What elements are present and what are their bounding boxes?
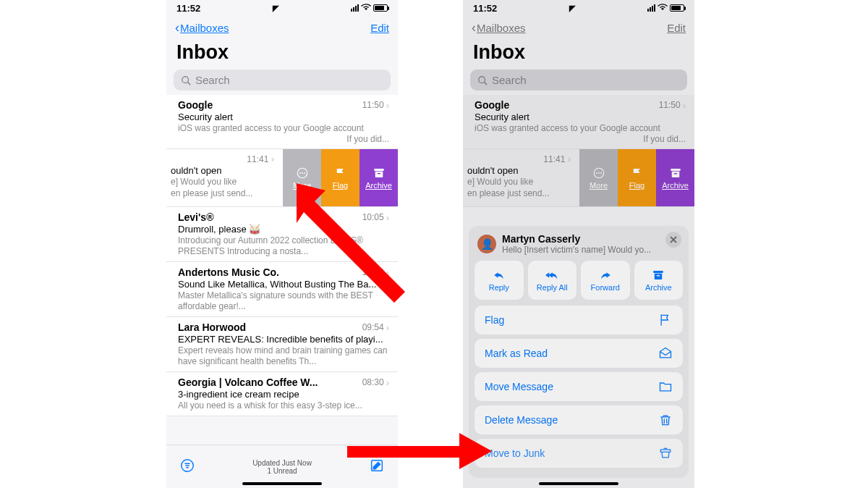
- message-row[interactable]: Levi's®10:05› Drumroll, please 🥁 Introdu…: [166, 207, 398, 262]
- bottom-toolbar: Updated Just Now 1 Unread: [166, 445, 398, 488]
- sender: Levi's®: [178, 211, 213, 223]
- edit-button[interactable]: Edit: [370, 22, 389, 34]
- svg-rect-6: [374, 169, 384, 171]
- message-row[interactable]: Andertons Music Co.10:00› Sound Like Met…: [166, 262, 398, 317]
- search-placeholder: Search: [492, 74, 527, 86]
- message-row-swiped[interactable]: 11:41 › ouldn't open e] Would you like e…: [166, 149, 398, 207]
- time: 11:41: [247, 154, 268, 164]
- swipe-archive-button[interactable]: Archive: [359, 149, 398, 206]
- svg-point-18: [600, 172, 602, 174]
- message-row[interactable]: Lara Horwood09:54› EXPERT REVEALS: Incre…: [166, 317, 398, 372]
- status-text: Updated Just Now 1 Unread: [252, 459, 312, 475]
- action-sheet: 👤 Martyn Casserly Hello [Insert victim's…: [469, 226, 689, 478]
- subject: Drumroll, please 🥁: [178, 224, 389, 235]
- filter-icon[interactable]: [179, 458, 195, 476]
- home-indicator: [242, 482, 322, 485]
- delete-row[interactable]: Delete Message: [475, 405, 683, 434]
- close-button[interactable]: [665, 232, 681, 248]
- archive-icon: [650, 269, 666, 282]
- swipe-archive-button[interactable]: Archive: [656, 149, 694, 206]
- nav-bar: ‹ Mailboxes Edit: [166, 16, 398, 40]
- subject: Security alert: [475, 112, 686, 122]
- trash-icon: [658, 413, 673, 427]
- svg-rect-19: [671, 169, 681, 171]
- status-bar: 11:52 ◤: [463, 0, 694, 16]
- swipe-flag-button[interactable]: Flag: [618, 149, 656, 206]
- search-field[interactable]: Search: [470, 70, 687, 91]
- flag-icon: [630, 167, 644, 180]
- edit-button[interactable]: Edit: [667, 22, 686, 34]
- svg-point-16: [596, 172, 597, 174]
- close-icon: [670, 236, 677, 243]
- location-icon: ◤: [273, 4, 278, 13]
- preview-line2: en please just send...: [171, 188, 277, 199]
- time: 11:41: [543, 154, 565, 164]
- svg-point-13: [479, 76, 485, 83]
- folder-icon: [658, 379, 673, 394]
- search-field[interactable]: Search: [174, 70, 391, 91]
- svg-point-3: [299, 172, 301, 174]
- back-button[interactable]: ‹ Mailboxes: [175, 20, 229, 35]
- time: 10:00: [362, 267, 384, 277]
- sender: Georgia | Volcano Coffee W...: [178, 376, 318, 388]
- sender: Google: [178, 99, 213, 111]
- archive-icon: [372, 167, 386, 180]
- subject: ouldn't open: [171, 165, 277, 176]
- swipe-actions: More Flag Archive: [283, 149, 398, 206]
- battery-icon: [373, 4, 388, 12]
- more-icon: [592, 167, 606, 180]
- junk-row[interactable]: Move to Junk: [475, 439, 683, 468]
- more-icon: [295, 167, 310, 180]
- svg-line-14: [485, 82, 488, 85]
- subject: 3-ingredient ice cream recipe: [178, 389, 389, 400]
- svg-point-17: [598, 172, 600, 174]
- sender: Lara Horwood: [178, 321, 246, 333]
- reply-button[interactable]: Reply: [475, 261, 524, 300]
- reply-all-icon: [544, 269, 560, 282]
- message-list[interactable]: Google11:50› Security alert iOS was gran…: [463, 95, 694, 207]
- wifi-icon: [658, 3, 668, 13]
- forward-button[interactable]: Forward: [581, 261, 630, 300]
- message-row[interactable]: Georgia | Volcano Coffee W...08:30› 3-in…: [166, 372, 398, 416]
- move-row[interactable]: Move Message: [475, 372, 683, 401]
- reply-icon: [491, 269, 507, 282]
- subject: Security alert: [178, 112, 389, 122]
- flag-row[interactable]: Flag: [475, 306, 683, 335]
- cell-signal-icon: [647, 4, 655, 12]
- svg-point-5: [304, 172, 305, 174]
- compose-icon[interactable]: [369, 458, 385, 476]
- phone-right: 11:52 ◤ ‹Mailboxes Edit Inbox Search Goo…: [463, 0, 694, 488]
- mark-read-row[interactable]: Mark as Read: [475, 339, 683, 368]
- time: 11:50: [659, 100, 681, 110]
- message-list[interactable]: Google 11:50› Security alert iOS was gra…: [166, 95, 398, 416]
- avatar: 👤: [477, 235, 496, 253]
- swipe-more-button[interactable]: More: [283, 149, 321, 206]
- svg-point-0: [182, 76, 189, 83]
- chevron-left-icon: ‹: [175, 20, 179, 35]
- back-label: Mailboxes: [180, 22, 229, 34]
- preview-right: If you did...: [178, 134, 389, 144]
- search-icon: [181, 75, 191, 85]
- time: 10:05: [362, 212, 384, 222]
- status-time: 11:52: [176, 3, 200, 14]
- chevron-left-icon: ‹: [472, 20, 476, 35]
- inbox-title: Inbox: [473, 41, 684, 64]
- back-button[interactable]: ‹Mailboxes: [472, 20, 526, 35]
- archive-button[interactable]: Archive: [634, 261, 684, 300]
- swipe-flag-button[interactable]: Flag: [321, 149, 359, 206]
- svg-point-4: [302, 172, 303, 174]
- wifi-icon: [361, 3, 371, 13]
- subject: ouldn't open: [467, 165, 574, 176]
- preview: Expert reveals how mind and brain traini…: [178, 345, 389, 367]
- swipe-more-button[interactable]: More: [579, 149, 618, 206]
- reply-all-button[interactable]: Reply All: [528, 261, 577, 300]
- battery-icon: [670, 4, 684, 12]
- status-bar: 11:52 ◤: [166, 0, 398, 16]
- message-row[interactable]: Google11:50› Security alert iOS was gran…: [463, 95, 694, 149]
- preview: iOS was granted access to your Google ac…: [178, 123, 389, 134]
- status-time: 11:52: [473, 3, 497, 14]
- time: 08:30: [362, 377, 384, 387]
- message-row-swiped[interactable]: 11:41 › ouldn't open e] Would you like e…: [463, 149, 694, 207]
- time: 11:50: [362, 100, 384, 110]
- message-row[interactable]: Google 11:50› Security alert iOS was gra…: [166, 95, 398, 149]
